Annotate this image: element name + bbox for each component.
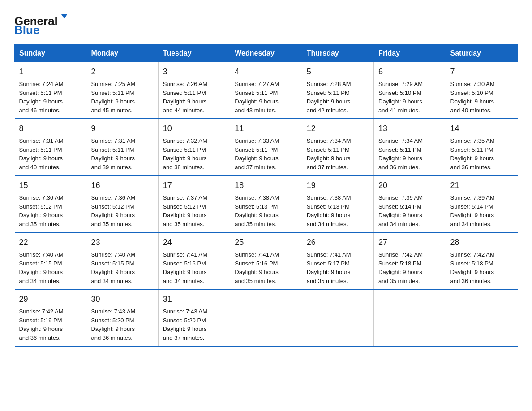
day-info: Sunrise: 7:38 AMSunset: 5:13 PMDaylight:… bbox=[235, 193, 297, 228]
table-row: 8Sunrise: 7:31 AMSunset: 5:11 PMDaylight… bbox=[15, 119, 86, 176]
day-info: Sunrise: 7:42 AMSunset: 5:19 PMDaylight:… bbox=[19, 307, 82, 342]
day-number: 8 bbox=[19, 123, 82, 135]
day-number: 14 bbox=[450, 123, 513, 135]
table-row: 22Sunrise: 7:40 AMSunset: 5:15 PMDayligh… bbox=[15, 232, 86, 289]
table-row: 6Sunrise: 7:29 AMSunset: 5:10 PMDaylight… bbox=[374, 62, 446, 119]
day-number: 3 bbox=[163, 66, 225, 78]
table-row: 27Sunrise: 7:42 AMSunset: 5:18 PMDayligh… bbox=[374, 232, 446, 289]
col-monday: Monday bbox=[86, 45, 158, 62]
table-row: 13Sunrise: 7:34 AMSunset: 5:11 PMDayligh… bbox=[374, 119, 446, 176]
day-info: Sunrise: 7:40 AMSunset: 5:15 PMDaylight:… bbox=[91, 250, 153, 285]
table-row: 26Sunrise: 7:41 AMSunset: 5:17 PMDayligh… bbox=[302, 232, 373, 289]
day-number: 22 bbox=[19, 236, 82, 248]
day-number: 28 bbox=[450, 236, 513, 248]
day-number: 13 bbox=[378, 123, 441, 135]
calendar-header-row: Sunday Monday Tuesday Wednesday Thursday… bbox=[15, 45, 518, 62]
day-info: Sunrise: 7:42 AMSunset: 5:18 PMDaylight:… bbox=[378, 250, 441, 285]
table-row bbox=[446, 289, 517, 346]
col-saturday: Saturday bbox=[446, 45, 517, 62]
day-info: Sunrise: 7:31 AMSunset: 5:11 PMDaylight:… bbox=[19, 137, 82, 171]
day-info: Sunrise: 7:43 AMSunset: 5:20 PMDaylight:… bbox=[163, 307, 225, 342]
day-number: 26 bbox=[307, 236, 369, 248]
table-row: 10Sunrise: 7:32 AMSunset: 5:11 PMDayligh… bbox=[158, 119, 230, 176]
day-info: Sunrise: 7:33 AMSunset: 5:11 PMDaylight:… bbox=[235, 137, 297, 171]
table-row: 1Sunrise: 7:24 AMSunset: 5:11 PMDaylight… bbox=[15, 62, 86, 119]
day-number: 29 bbox=[19, 293, 82, 305]
day-info: Sunrise: 7:40 AMSunset: 5:15 PMDaylight:… bbox=[19, 250, 82, 285]
day-info: Sunrise: 7:31 AMSunset: 5:11 PMDaylight:… bbox=[91, 137, 153, 171]
calendar-week-row: 15Sunrise: 7:36 AMSunset: 5:12 PMDayligh… bbox=[15, 176, 518, 232]
col-sunday: Sunday bbox=[15, 45, 86, 62]
day-number: 19 bbox=[307, 180, 369, 192]
day-info: Sunrise: 7:41 AMSunset: 5:16 PMDaylight:… bbox=[235, 250, 297, 285]
col-friday: Friday bbox=[374, 45, 446, 62]
calendar-week-row: 29Sunrise: 7:42 AMSunset: 5:19 PMDayligh… bbox=[15, 289, 518, 346]
col-tuesday: Tuesday bbox=[158, 45, 230, 62]
day-info: Sunrise: 7:24 AMSunset: 5:11 PMDaylight:… bbox=[19, 80, 82, 115]
calendar-week-row: 22Sunrise: 7:40 AMSunset: 5:15 PMDayligh… bbox=[15, 232, 518, 289]
day-number: 2 bbox=[91, 66, 153, 78]
day-number: 9 bbox=[91, 123, 153, 135]
table-row: 5Sunrise: 7:28 AMSunset: 5:11 PMDaylight… bbox=[302, 62, 373, 119]
day-info: Sunrise: 7:34 AMSunset: 5:11 PMDaylight:… bbox=[307, 137, 369, 171]
day-number: 4 bbox=[235, 66, 297, 78]
day-number: 21 bbox=[450, 180, 513, 192]
table-row: 29Sunrise: 7:42 AMSunset: 5:19 PMDayligh… bbox=[15, 289, 86, 346]
day-info: Sunrise: 7:26 AMSunset: 5:11 PMDaylight:… bbox=[163, 80, 225, 115]
day-info: Sunrise: 7:41 AMSunset: 5:17 PMDaylight:… bbox=[307, 250, 369, 285]
table-row: 2Sunrise: 7:25 AMSunset: 5:11 PMDaylight… bbox=[86, 62, 158, 119]
day-info: Sunrise: 7:39 AMSunset: 5:14 PMDaylight:… bbox=[378, 193, 441, 228]
table-row: 19Sunrise: 7:38 AMSunset: 5:13 PMDayligh… bbox=[302, 176, 373, 232]
svg-text:Blue: Blue bbox=[14, 23, 39, 35]
day-info: Sunrise: 7:34 AMSunset: 5:11 PMDaylight:… bbox=[378, 137, 441, 171]
day-number: 1 bbox=[19, 66, 82, 78]
day-info: Sunrise: 7:41 AMSunset: 5:16 PMDaylight:… bbox=[163, 250, 225, 285]
table-row: 24Sunrise: 7:41 AMSunset: 5:16 PMDayligh… bbox=[158, 232, 230, 289]
day-number: 24 bbox=[163, 236, 225, 248]
day-info: Sunrise: 7:43 AMSunset: 5:20 PMDaylight:… bbox=[91, 307, 153, 342]
day-number: 23 bbox=[91, 236, 153, 248]
day-number: 15 bbox=[19, 180, 82, 192]
calendar-week-row: 1Sunrise: 7:24 AMSunset: 5:11 PMDaylight… bbox=[15, 62, 518, 119]
col-thursday: Thursday bbox=[302, 45, 373, 62]
day-number: 6 bbox=[378, 66, 441, 78]
day-number: 11 bbox=[235, 123, 297, 135]
table-row: 7Sunrise: 7:30 AMSunset: 5:10 PMDaylight… bbox=[446, 62, 517, 119]
table-row: 17Sunrise: 7:37 AMSunset: 5:12 PMDayligh… bbox=[158, 176, 230, 232]
col-wednesday: Wednesday bbox=[230, 45, 302, 62]
table-row: 15Sunrise: 7:36 AMSunset: 5:12 PMDayligh… bbox=[15, 176, 86, 232]
day-number: 7 bbox=[450, 66, 513, 78]
table-row: 3Sunrise: 7:26 AMSunset: 5:11 PMDaylight… bbox=[158, 62, 230, 119]
calendar-week-row: 8Sunrise: 7:31 AMSunset: 5:11 PMDaylight… bbox=[15, 119, 518, 176]
table-row: 28Sunrise: 7:42 AMSunset: 5:18 PMDayligh… bbox=[446, 232, 517, 289]
day-number: 31 bbox=[163, 293, 225, 305]
day-number: 16 bbox=[91, 180, 153, 192]
day-info: Sunrise: 7:27 AMSunset: 5:11 PMDaylight:… bbox=[235, 80, 297, 115]
table-row: 20Sunrise: 7:39 AMSunset: 5:14 PMDayligh… bbox=[374, 176, 446, 232]
table-row: 12Sunrise: 7:34 AMSunset: 5:11 PMDayligh… bbox=[302, 119, 373, 176]
table-row bbox=[230, 289, 302, 346]
table-row: 21Sunrise: 7:39 AMSunset: 5:14 PMDayligh… bbox=[446, 176, 517, 232]
table-row: 23Sunrise: 7:40 AMSunset: 5:15 PMDayligh… bbox=[86, 232, 158, 289]
day-number: 12 bbox=[307, 123, 369, 135]
day-number: 27 bbox=[378, 236, 441, 248]
day-info: Sunrise: 7:36 AMSunset: 5:12 PMDaylight:… bbox=[19, 193, 82, 228]
day-number: 5 bbox=[307, 66, 369, 78]
table-row: 9Sunrise: 7:31 AMSunset: 5:11 PMDaylight… bbox=[86, 119, 158, 176]
day-info: Sunrise: 7:38 AMSunset: 5:13 PMDaylight:… bbox=[307, 193, 369, 228]
day-info: Sunrise: 7:37 AMSunset: 5:12 PMDaylight:… bbox=[163, 193, 225, 228]
table-row: 14Sunrise: 7:35 AMSunset: 5:11 PMDayligh… bbox=[446, 119, 517, 176]
table-row: 30Sunrise: 7:43 AMSunset: 5:20 PMDayligh… bbox=[86, 289, 158, 346]
day-info: Sunrise: 7:39 AMSunset: 5:14 PMDaylight:… bbox=[450, 193, 513, 228]
day-info: Sunrise: 7:36 AMSunset: 5:12 PMDaylight:… bbox=[91, 193, 153, 228]
day-info: Sunrise: 7:25 AMSunset: 5:11 PMDaylight:… bbox=[91, 80, 153, 115]
day-number: 30 bbox=[91, 293, 153, 305]
day-number: 18 bbox=[235, 180, 297, 192]
day-info: Sunrise: 7:35 AMSunset: 5:11 PMDaylight:… bbox=[450, 137, 513, 171]
day-number: 25 bbox=[235, 236, 297, 248]
table-row: 11Sunrise: 7:33 AMSunset: 5:11 PMDayligh… bbox=[230, 119, 302, 176]
table-row: 18Sunrise: 7:38 AMSunset: 5:13 PMDayligh… bbox=[230, 176, 302, 232]
table-row: 16Sunrise: 7:36 AMSunset: 5:12 PMDayligh… bbox=[86, 176, 158, 232]
svg-marker-1 bbox=[61, 14, 67, 19]
table-row bbox=[302, 289, 373, 346]
